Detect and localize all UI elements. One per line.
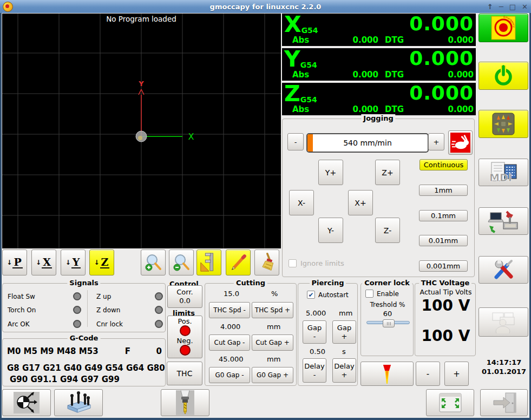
mdi-icon: MDI <box>487 161 520 184</box>
jog-speed-plus-button[interactable]: + <box>428 133 444 150</box>
neg-limit-led <box>180 345 191 356</box>
thc-button[interactable]: THC <box>167 362 202 385</box>
jog-z-plus-button[interactable]: Z+ <box>375 160 400 185</box>
corr-label: Corr. <box>176 288 193 297</box>
float-sw-led <box>73 292 81 300</box>
pierce-gap-plus-button[interactable]: Gap + <box>332 320 356 344</box>
enable-checkbox[interactable]: Enable <box>365 290 399 298</box>
rapid-speed-toggle-button[interactable] <box>448 130 473 155</box>
cutting-title: Cutting <box>234 279 267 287</box>
estop-button[interactable]: Emergency-Stop <box>478 14 528 42</box>
settings-button[interactable] <box>478 256 528 284</box>
coord-system: G54 <box>300 95 317 104</box>
threshold-label: Treshold % <box>361 301 414 309</box>
zoom-out-button[interactable] <box>169 250 194 275</box>
preview-plot[interactable]: No Program loaded Y X <box>2 14 281 248</box>
view-p-button[interactable]: ↓ P <box>2 250 27 275</box>
cut-gap-minus-button[interactable]: Cut Gap - <box>209 334 250 351</box>
clear-plot-button[interactable] <box>254 250 279 275</box>
mdi-label: MDI <box>489 172 512 183</box>
pierce-delay-minus-button[interactable]: Delay - <box>303 358 326 383</box>
axis-letter: Y <box>284 49 300 69</box>
auto-mode-button[interactable] <box>478 207 528 235</box>
touch-plate-button[interactable] <box>54 389 103 416</box>
abs-label: Abs <box>284 35 318 45</box>
g0-gap-plus-button[interactable]: G0 Gap + <box>252 367 293 383</box>
increment-continuous-button[interactable]: Continuous <box>419 159 468 170</box>
pierce-gap-value: 5.000 <box>306 309 326 317</box>
maximize-button[interactable]: □ <box>509 3 516 11</box>
signal-z-down-label: Z down <box>96 306 120 314</box>
ignore-limits-checkbox[interactable]: Ignore limits <box>289 259 344 267</box>
zoom-out-icon <box>172 253 191 272</box>
view-y-button[interactable]: ↓ Y <box>61 250 86 275</box>
set-volts-value: 100 V <box>415 297 476 314</box>
x-axis-label: X <box>188 132 194 142</box>
dimensions-button[interactable] <box>196 250 221 275</box>
dro-axis-y[interactable]: Y G54 0.000 Abs 0.000 DTG 0.000 <box>282 48 476 81</box>
gap-plus-line2: + <box>342 332 348 341</box>
draw-path-button[interactable] <box>226 250 251 275</box>
zoom-in-button[interactable] <box>141 250 166 275</box>
cut-gap-value: 4.000 <box>220 323 240 331</box>
jog-speed-minus-button[interactable]: - <box>287 133 304 150</box>
touch-off-button[interactable] <box>2 389 51 416</box>
g0-gap-minus-button[interactable]: G0 Gap - <box>209 367 250 383</box>
exit-button[interactable] <box>480 389 528 416</box>
dro-axis-z[interactable]: Z G54 0.000 Abs 0.000 DTG 0.000 <box>282 83 476 115</box>
jog-x-plus-button[interactable]: X+ <box>348 190 373 215</box>
dtg-value: 0.000 <box>409 104 474 115</box>
jog-y-minus-button[interactable]: Y- <box>318 218 343 243</box>
pierce-gap-minus-button[interactable]: Gap - <box>303 320 326 344</box>
limits-display: Pos. Neg. <box>167 316 202 358</box>
actual-tip-volts-label: Actual Tip Volts <box>415 288 476 296</box>
caliper-icon <box>199 252 219 273</box>
active-mcodes: M0 M5 M9 M48 M53 <box>7 346 99 356</box>
view-x-button[interactable]: ↓ X <box>31 250 56 275</box>
fullscreen-button[interactable] <box>426 389 474 416</box>
manual-mode-button[interactable] <box>478 110 528 138</box>
tool-change-button[interactable] <box>161 389 209 416</box>
corr-value: 0.0 <box>179 297 191 305</box>
machine-on-button[interactable] <box>478 62 528 90</box>
jog-y-plus-button[interactable]: Y+ <box>318 160 343 185</box>
increment-0.001mm-button[interactable]: 0.001mm <box>419 260 468 272</box>
increment-0.1mm-button[interactable]: 0.1mm <box>419 210 468 221</box>
axis-value: 0.000 <box>409 14 474 34</box>
piercing-title: Piercing <box>310 279 346 287</box>
signal-float-sw-label: Float Sw <box>8 293 35 300</box>
checkbox-icon <box>289 259 297 267</box>
delay-plus-line2: + <box>342 371 348 379</box>
neg-limit-label: Neg. <box>176 337 193 345</box>
dro-axis-x[interactable]: X G54 0.000 Abs 0.000 DTG 0.000 <box>282 14 476 46</box>
actual-volts-value: 100 V <box>415 327 476 345</box>
minimize-button[interactable]: ─ <box>499 3 503 11</box>
cut-gap-plus-button[interactable]: Cut Gap + <box>252 334 293 351</box>
jog-x-minus-button[interactable]: X- <box>289 190 314 215</box>
view-z-button[interactable]: ↓ Z <box>89 250 114 275</box>
increment-0.01mm-button[interactable]: 0.01mm <box>419 235 468 246</box>
volts-minus-button[interactable]: - <box>416 362 440 386</box>
pierce-delay-plus-button[interactable]: Delay + <box>332 358 356 383</box>
increment-1mm-button[interactable]: 1mm <box>419 185 468 196</box>
tool-change-icon <box>172 390 199 415</box>
thc-speed-minus-button[interactable]: THC Spd - <box>209 302 250 318</box>
window-title: gmoccapy for linuxcnc 2.2.0 <box>0 3 531 11</box>
torch-flame-icon <box>377 363 397 385</box>
torch-on-led <box>73 306 81 314</box>
axis-letter: Z <box>284 83 300 104</box>
gap-plus-line1: Gap <box>337 324 351 332</box>
jog-pad-icon <box>491 112 515 136</box>
close-button[interactable]: ✕ <box>522 3 528 11</box>
threshold-slider-handle[interactable] <box>383 319 395 327</box>
pos-limit-led <box>180 325 191 336</box>
jog-z-minus-button[interactable]: Z- <box>375 218 400 243</box>
volts-plus-button[interactable]: + <box>444 362 469 386</box>
torch-button[interactable] <box>360 362 414 386</box>
mdi-mode-button[interactable]: MDI <box>478 159 528 186</box>
pierce-gap-unit: mm <box>339 309 352 317</box>
thc-speed-plus-button[interactable]: THC Spd + <box>252 302 293 318</box>
autostart-checkbox[interactable]: ✔ Autostart <box>307 291 349 299</box>
shade-button[interactable]: ↑ <box>487 3 493 11</box>
titlebar[interactable]: gmoccapy for linuxcnc 2.2.0 ↑ ─ □ ✕ <box>0 0 531 13</box>
